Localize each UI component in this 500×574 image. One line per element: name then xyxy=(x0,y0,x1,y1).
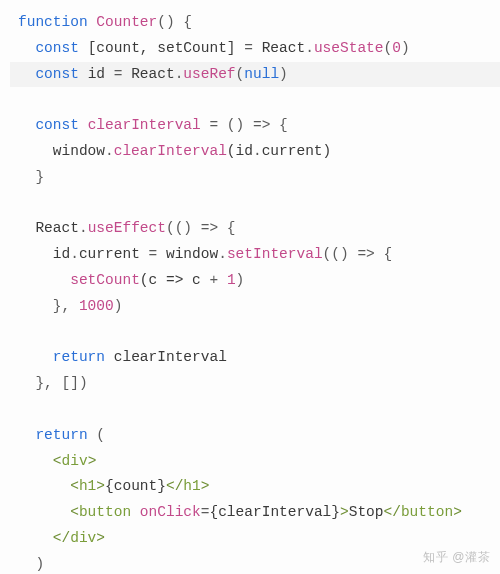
code-token: useEffect xyxy=(88,220,166,236)
code-token: . xyxy=(105,143,114,159)
code-token: {clearInterval} xyxy=(209,504,340,520)
code-token: . xyxy=(253,143,262,159)
code-token: ) xyxy=(279,66,288,82)
code-token: < xyxy=(70,478,79,494)
code-line: function Counter() { xyxy=(10,10,500,36)
code-token: React xyxy=(262,40,306,56)
code-token: (() => { xyxy=(323,246,393,262)
code-token: {count} xyxy=(105,478,166,494)
code-token: . xyxy=(70,246,79,262)
code-token: ) xyxy=(401,40,410,56)
code-token: ) xyxy=(18,556,44,572)
code-token: id xyxy=(18,246,70,262)
code-line xyxy=(10,397,500,423)
code-token xyxy=(18,117,35,133)
code-token: > xyxy=(201,478,210,494)
code-token: < xyxy=(70,504,79,520)
code-token xyxy=(131,504,140,520)
code-token: current) xyxy=(262,143,332,159)
code-token: ( xyxy=(384,40,393,56)
code-token: Stop xyxy=(349,504,384,520)
code-token: useState xyxy=(314,40,384,56)
code-token: }, xyxy=(18,298,79,314)
code-line: setCount(c => c + 1) xyxy=(10,268,500,294)
code-line: const id = React.useRef(null) xyxy=(10,62,500,88)
code-line: <h1>{count}</h1> xyxy=(10,474,500,500)
code-token: 1000 xyxy=(79,298,114,314)
code-token: setInterval xyxy=(227,246,323,262)
code-token: = xyxy=(244,40,261,56)
code-token xyxy=(18,40,35,56)
code-line: }, 1000) xyxy=(10,294,500,320)
code-token: current xyxy=(79,246,149,262)
watermark-text: 知乎 @灌茶 xyxy=(423,547,490,568)
code-token: </ xyxy=(384,504,401,520)
code-token: null xyxy=(244,66,279,82)
code-token: [count, setCount] xyxy=(88,40,245,56)
code-token: window xyxy=(166,246,218,262)
code-token xyxy=(18,427,35,443)
code-token: = xyxy=(149,246,166,262)
code-token: . xyxy=(79,220,88,236)
code-token: > xyxy=(96,478,105,494)
code-token: clearInterval xyxy=(114,349,227,365)
code-line: React.useEffect(() => { xyxy=(10,216,500,242)
code-token: + xyxy=(209,272,226,288)
code-token xyxy=(18,349,53,365)
code-line: } xyxy=(10,165,500,191)
code-line: const [count, setCount] = React.useState… xyxy=(10,36,500,62)
code-token: button xyxy=(79,504,131,520)
code-token: > xyxy=(453,504,462,520)
code-token: ( xyxy=(96,427,105,443)
code-line: id.current = window.setInterval(() => { xyxy=(10,242,500,268)
code-token: > xyxy=(340,504,349,520)
code-token: onClick xyxy=(140,504,201,520)
code-token xyxy=(18,272,70,288)
code-token: return xyxy=(53,349,114,365)
code-block: function Counter() { const [count, setCo… xyxy=(10,10,500,574)
code-token: React xyxy=(18,220,79,236)
code-line: return clearInterval xyxy=(10,345,500,371)
code-token: > xyxy=(96,530,105,546)
code-token: clearInterval xyxy=(114,143,227,159)
code-token xyxy=(18,504,70,520)
code-token: </ xyxy=(166,478,183,494)
code-token: ) xyxy=(114,298,123,314)
code-token: div xyxy=(62,453,88,469)
code-line: }, []) xyxy=(10,371,500,397)
code-token: function xyxy=(18,14,96,30)
code-token: (c => c xyxy=(140,272,210,288)
code-line: return ( xyxy=(10,423,500,449)
code-token: React xyxy=(131,66,175,82)
code-token: 1 xyxy=(227,272,236,288)
code-token: (id xyxy=(227,143,253,159)
code-token: 0 xyxy=(392,40,401,56)
code-token: const xyxy=(35,117,87,133)
code-token: . xyxy=(305,40,314,56)
code-line: const clearInterval = () => { xyxy=(10,113,500,139)
code-token: return xyxy=(35,427,96,443)
code-line: <button onClick={clearInterval}>Stop</bu… xyxy=(10,500,500,526)
code-token: } xyxy=(18,169,44,185)
code-token: = () => { xyxy=(209,117,287,133)
code-token: Counter xyxy=(96,14,157,30)
code-line xyxy=(10,320,500,346)
code-token: window xyxy=(18,143,105,159)
code-token: button xyxy=(401,504,453,520)
code-token: (() => { xyxy=(166,220,236,236)
code-line xyxy=(10,191,500,217)
code-token: h1 xyxy=(79,478,96,494)
code-token: ) xyxy=(236,272,245,288)
code-token: const xyxy=(35,40,87,56)
code-token xyxy=(18,453,53,469)
code-token: const xyxy=(35,66,87,82)
code-token: id xyxy=(88,66,114,82)
code-token: ( xyxy=(236,66,245,82)
code-token: useRef xyxy=(183,66,235,82)
code-token: </ xyxy=(53,530,70,546)
code-token: > xyxy=(88,453,97,469)
code-token: }, []) xyxy=(18,375,88,391)
code-token: . xyxy=(218,246,227,262)
code-token: < xyxy=(53,453,62,469)
code-token: setCount xyxy=(70,272,140,288)
